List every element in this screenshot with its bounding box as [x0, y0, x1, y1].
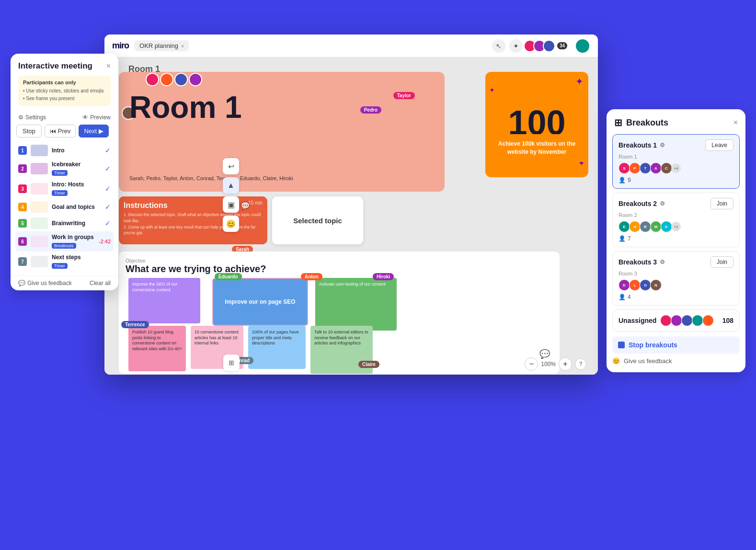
feedback-icon: 💬 [18, 280, 25, 286]
agenda-thumb-4 [31, 201, 48, 213]
panel-close-btn[interactable]: × [106, 62, 111, 70]
emoji-icon[interactable]: 😊 [223, 216, 239, 232]
cursor-icon-btn[interactable]: ↖ [492, 39, 505, 53]
stop-breakouts-btn[interactable]: Stop breakouts [612, 336, 740, 354]
agenda-item-7[interactable]: 7 Next steps Timer [15, 252, 114, 272]
miro-canvas[interactable]: Room 1 Room 1 Sarah, Pedro, Taylor, Anto… [104, 57, 598, 375]
agenda-thumb-6 [31, 236, 48, 247]
agenda-name-2: Icebreaker [52, 161, 101, 168]
miro-tab-close[interactable]: × [181, 43, 184, 49]
miro-tab[interactable]: OKR planning × [135, 40, 189, 51]
br-av-3-1: D [619, 279, 630, 291]
agenda-item-3[interactable]: 3 Intro: Hosts Timer ✓ [15, 179, 114, 199]
agenda-info-3: Intro: Hosts Timer [52, 181, 101, 196]
agenda-info-6: Work in groups Breakouts [52, 234, 95, 249]
br-av-3-4: N [650, 279, 662, 291]
zoom-plus-btn[interactable]: + [559, 357, 572, 371]
bp-feedback[interactable]: 😊 Give us feedback [612, 357, 740, 365]
unassigned-section: Unassigned 108 [612, 309, 740, 332]
stop-breakouts-label: Stop breakouts [629, 341, 677, 349]
br-count-2: 👤 7 [619, 235, 733, 242]
next-btn[interactable]: Next ▶ [79, 125, 109, 138]
sparkle-1: ✦ [575, 76, 584, 87]
avatar-sarah [160, 73, 173, 86]
br-name-2: Breakouts 2 ⚙ [619, 200, 665, 207]
pedro-cursor: Pedro [360, 106, 381, 114]
miro-logo: miro [112, 41, 129, 51]
agenda-name-3: Intro: Hosts [52, 181, 101, 188]
zoom-controls: − 100% + ? [525, 357, 586, 371]
unassigned-row: Unassigned 108 [619, 315, 733, 326]
br-av-2-2: H [629, 221, 641, 232]
leave-room1-btn[interactable]: Leave [705, 139, 733, 151]
magic-pen-icon-btn[interactable]: ✦ [509, 39, 523, 53]
agenda-item-2[interactable]: 2 Icebreaker Timer ✓ [15, 159, 114, 179]
agenda-num-2: 2 [18, 164, 27, 173]
br-more-2: +2 [671, 222, 681, 231]
bp-close-btn[interactable]: × [733, 118, 738, 127]
br-count-3: 👤 4 [619, 294, 733, 300]
person-icon-3: 👤 [619, 294, 626, 300]
anton-cursor: Anton [301, 273, 322, 280]
panel-header: Interactive meeting × [11, 54, 118, 71]
join-room3-btn[interactable]: Join [710, 256, 733, 268]
stop-breakouts-icon [618, 342, 625, 348]
bp-title: ⊞ Breakouts [614, 117, 668, 128]
join-room2-btn[interactable]: Join [710, 198, 733, 209]
ua-3 [681, 315, 693, 326]
current-user-avatar [575, 38, 590, 54]
sparkle-2: ✦ [489, 86, 495, 94]
miro-toolbar-right: ↖ ✦ 34 [492, 38, 590, 54]
agenda-thumb-3 [31, 183, 48, 195]
zoom-help-btn[interactable]: ? [575, 358, 586, 370]
br-name-1: Breakouts 1 ⚙ [619, 141, 665, 149]
select-icon[interactable]: ▲ [223, 177, 239, 194]
agenda-item-6[interactable]: 6 Work in groups Breakouts -2:42 [15, 231, 114, 252]
person-icon-1: 👤 [619, 177, 626, 183]
feedback-btn[interactable]: 💬 Give us feedback [18, 280, 72, 286]
participant-count: 34 [557, 42, 567, 49]
bp-header: ⊞ Breakouts × [607, 109, 745, 134]
settings-room1-icon: ⚙ [660, 142, 665, 149]
room1-title: Room 1 [129, 92, 242, 123]
agenda-badge-7: Timer [52, 263, 68, 269]
br-av-2-4: M [650, 221, 662, 232]
agenda-time-6: -2:42 [99, 239, 111, 244]
agenda-check-4: ✓ [105, 203, 111, 211]
agenda-thumb-5 [31, 218, 48, 229]
room1-label: Room 1 [619, 154, 733, 160]
hiroki-cursor: Hiroki [373, 273, 394, 280]
stop-btn[interactable]: Stop [16, 125, 42, 138]
agenda-check-5: ✓ [105, 219, 111, 227]
sidebar-toggle-icon[interactable]: ⊞ [223, 355, 240, 371]
claire-cursor: Claire [358, 361, 379, 368]
br-top-2: Breakouts 2 ⚙ Join [619, 198, 733, 209]
agenda-badge-6: Breakouts [52, 243, 76, 249]
preview-btn[interactable]: 👁 Preview [82, 114, 111, 121]
okr-section: Objective What are we trying to achieve?… [119, 252, 560, 374]
preview-label: Preview [90, 114, 111, 121]
clear-btn[interactable]: Clear all [90, 280, 111, 286]
agenda-name-4: Goal and topics [52, 204, 101, 210]
agenda-item-5[interactable]: 5 Brainwriting ✓ [15, 215, 114, 231]
undo-icon[interactable]: ↩ [223, 158, 239, 174]
selected-topic-card: Selected topic [272, 196, 363, 244]
postit-guest-posts: Publish 10 guest blog posts linking to c… [128, 326, 186, 371]
zoom-minus-btn[interactable]: − [525, 357, 538, 371]
agenda-item-1[interactable]: 1 Intro ✓ [15, 142, 114, 159]
bp-feedback-label: Give us feedback [624, 357, 672, 365]
agenda-item-4[interactable]: 4 Goal and topics ✓ [15, 199, 114, 215]
agenda-info-1: Intro [52, 147, 101, 154]
breakout-room-1: Breakouts 1 ⚙ Leave Room 1 S P T A C +4 … [612, 134, 740, 189]
agenda-thumb-2 [31, 163, 48, 174]
br-av-1-1: S [619, 162, 630, 174]
settings-btn[interactable]: ⚙ Settings [18, 114, 46, 121]
eduardo-cursor: Eduardo [215, 273, 242, 280]
left-toolbar: ↩ ▲ ▣ 😊 [223, 158, 239, 232]
agenda-num-3: 3 [18, 184, 27, 193]
settings-room3-icon: ⚙ [660, 259, 665, 265]
agenda-num-6: 6 [18, 237, 27, 246]
frame-icon[interactable]: ▣ [223, 196, 239, 213]
prev-btn[interactable]: ⏮ Prev [45, 125, 76, 138]
achieve-card: Achieve 100k visitors on the website by … [485, 134, 588, 162]
